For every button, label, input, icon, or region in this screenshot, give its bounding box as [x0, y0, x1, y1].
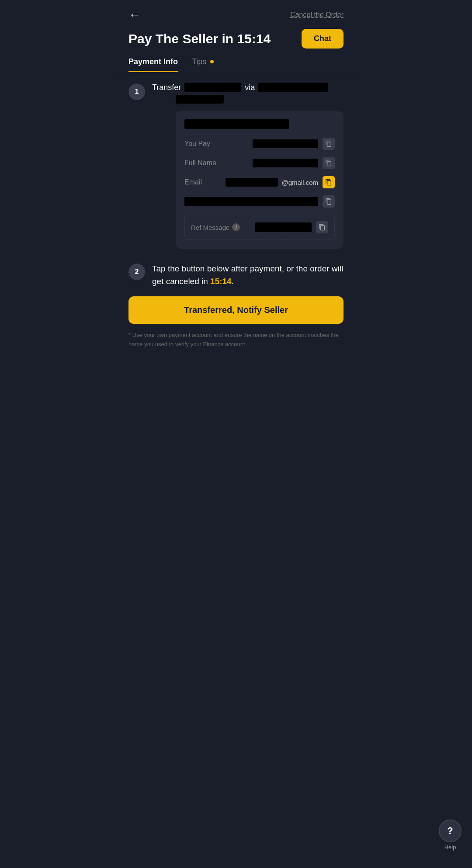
ref-redacted [255, 222, 312, 232]
ref-message-label: Ref Message i [191, 223, 240, 231]
full-name-value-area [253, 157, 335, 169]
extra-info-copy-button[interactable] [323, 195, 335, 208]
transfer-line-2 [176, 95, 344, 104]
you-pay-redacted [253, 139, 318, 148]
transfer-label: Transfer [152, 83, 181, 92]
step-1-row: 1 Transfer via You Pay [128, 83, 344, 249]
tips-dot [210, 60, 214, 63]
email-copy-button[interactable] [323, 176, 335, 188]
step-2-text: Tap the button below after payment, or t… [152, 263, 344, 288]
you-pay-copy-button[interactable] [323, 138, 335, 150]
extra-info-row [184, 195, 335, 208]
transfer-extra-redacted [176, 95, 224, 104]
disclaimer-text: * Use your own payment account and ensur… [128, 331, 344, 384]
transfer-method-redacted [258, 83, 328, 92]
ref-copy-button[interactable] [316, 221, 328, 233]
full-name-copy-button[interactable] [323, 157, 335, 169]
email-row: Email @gmail.com [184, 176, 335, 188]
tabs: Payment Info Tips [118, 57, 354, 72]
extra-info-redacted [184, 197, 318, 206]
ref-value-area [255, 221, 328, 233]
tab-payment-info[interactable]: Payment Info [128, 57, 178, 72]
you-pay-row: You Pay [184, 138, 335, 150]
email-value: @gmail.com [226, 178, 318, 187]
back-button[interactable]: ← [128, 9, 141, 21]
email-redacted [226, 178, 278, 187]
header: ← Cancel the Order [118, 0, 354, 25]
countdown-timer: 15:14 [210, 277, 232, 286]
payment-card: You Pay Full Name [176, 111, 344, 249]
full-name-row: Full Name [184, 157, 335, 169]
transfer-line: Transfer via [152, 83, 344, 92]
you-pay-label: You Pay [184, 140, 210, 148]
tab-tips[interactable]: Tips [192, 57, 214, 72]
via-label: via [245, 83, 255, 92]
ref-message-row: Ref Message i [184, 215, 335, 240]
step-1-circle: 1 [128, 83, 145, 100]
step-2-row: 2 Tap the button below after payment, or… [128, 263, 344, 288]
chat-button[interactable]: Chat [302, 29, 344, 49]
main-content: 1 Transfer via You Pay [118, 72, 354, 395]
you-pay-value-area [253, 138, 335, 150]
email-label: Email [184, 178, 202, 186]
page-title: Pay The Seller in 15:14 [128, 31, 271, 47]
full-name-redacted [253, 159, 318, 167]
email-value-area: @gmail.com [226, 176, 335, 188]
card-title-redacted [184, 119, 289, 129]
step-2-circle: 2 [128, 264, 145, 280]
full-name-label: Full Name [184, 159, 216, 167]
cancel-order-button[interactable]: Cancel the Order [290, 11, 344, 19]
title-row: Pay The Seller in 15:14 Chat [118, 25, 354, 57]
ref-info-icon[interactable]: i [232, 223, 240, 231]
email-suffix: @gmail.com [281, 179, 318, 186]
notify-seller-button[interactable]: Transferred, Notify Seller [128, 296, 344, 324]
transfer-account-redacted [184, 83, 241, 92]
step-2-section: 2 Tap the button below after payment, or… [128, 263, 344, 384]
